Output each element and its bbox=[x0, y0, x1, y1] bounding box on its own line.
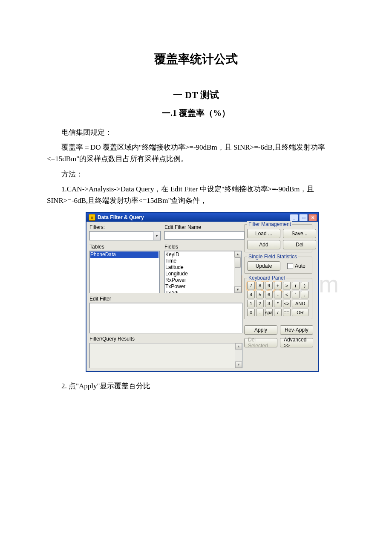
key[interactable]: 3 bbox=[265, 300, 273, 307]
key[interactable]: . bbox=[256, 309, 264, 316]
advanced-button[interactable]: Advanced >> bbox=[280, 338, 313, 347]
paragraph: 2. 点"Apply"显示覆盖百分比 bbox=[47, 380, 345, 392]
key[interactable]: 4 bbox=[247, 291, 255, 298]
auto-checkbox[interactable] bbox=[287, 263, 293, 269]
section-heading: 一 DT 测试 bbox=[47, 89, 345, 101]
list-item[interactable]: RxPower bbox=[165, 277, 240, 283]
list-item[interactable]: Latitude bbox=[165, 264, 240, 271]
edit-filter-name-label: Edit Filter Name bbox=[164, 224, 242, 230]
scroll-thumb[interactable] bbox=[235, 257, 241, 268]
doc-title: 覆盖率统计公式 bbox=[47, 51, 345, 67]
del-button[interactable]: Del bbox=[283, 240, 316, 249]
key[interactable]: 9 bbox=[265, 282, 273, 289]
scroll-down-icon[interactable]: ▼ bbox=[235, 361, 242, 368]
key[interactable]: <> bbox=[283, 300, 291, 307]
key-space[interactable]: spa bbox=[265, 309, 273, 316]
scrollbar[interactable]: ▲ ▼ bbox=[234, 251, 241, 293]
close-button[interactable]: ✕ bbox=[308, 214, 317, 221]
list-item[interactable]: TxPower bbox=[165, 283, 240, 290]
fields-label: Fields bbox=[164, 244, 242, 250]
edit-filter-name-input[interactable] bbox=[164, 231, 245, 240]
results-label: Filter/Query Results bbox=[89, 336, 242, 342]
add-button[interactable]: Add bbox=[247, 240, 280, 249]
filters-combo[interactable]: ▼ bbox=[89, 231, 161, 240]
save-button[interactable]: Save... bbox=[283, 229, 316, 238]
scroll-down-icon[interactable]: ▼ bbox=[234, 286, 241, 293]
key[interactable]: > bbox=[283, 282, 291, 289]
subsection-heading: 一.1 覆盖率（%） bbox=[47, 107, 345, 119]
key[interactable]: 0 bbox=[247, 309, 255, 316]
key[interactable]: ' bbox=[292, 291, 300, 298]
results-output: ▲ ▼ bbox=[89, 343, 242, 368]
minimize-button[interactable]: _ bbox=[290, 214, 298, 221]
scroll-up-icon[interactable]: ▲ bbox=[234, 251, 241, 257]
load-button[interactable]: Load ... bbox=[247, 229, 280, 238]
key[interactable]: ( bbox=[292, 282, 300, 289]
keyboard-panel-caption: Keyboard Panel bbox=[247, 275, 286, 281]
keypad: 7 8 9 + > ( ) 4 5 6 - < bbox=[247, 282, 309, 316]
paragraph: 电信集团规定： bbox=[47, 127, 345, 138]
key[interactable]: 7 bbox=[247, 282, 255, 289]
app-icon: ≡ bbox=[89, 214, 95, 221]
list-item[interactable]: PhoneData bbox=[90, 251, 159, 258]
key-or[interactable]: OR bbox=[292, 309, 308, 316]
key[interactable]: - bbox=[274, 291, 282, 298]
dialog-screenshot: ≡ Data Filter & Query _ ▭ ✕ WWW.bdocx.co… bbox=[60, 212, 345, 372]
key[interactable]: , bbox=[301, 291, 308, 298]
key[interactable]: 6 bbox=[265, 291, 273, 298]
key-and[interactable]: AND bbox=[292, 300, 308, 307]
tables-label: Tables bbox=[89, 244, 160, 250]
apply-button[interactable]: Apply bbox=[244, 325, 277, 335]
key[interactable]: == bbox=[283, 309, 291, 316]
key[interactable]: 8 bbox=[256, 282, 264, 289]
filters-label: Filters: bbox=[89, 224, 160, 230]
maximize-button[interactable]: ▭ bbox=[299, 214, 308, 221]
edit-filter-label: Edit Filter bbox=[89, 296, 242, 302]
list-item[interactable]: Time bbox=[165, 258, 240, 264]
fields-listbox[interactable]: KeyID Time Latitude Longitude RxPower Tx… bbox=[164, 251, 242, 293]
key[interactable]: 5 bbox=[256, 291, 264, 298]
paragraph: 覆盖率＝DO 覆盖区域内"终端接收功率>=-90dBm，且 SINR>=-6dB… bbox=[47, 142, 345, 165]
chevron-down-icon: ▼ bbox=[153, 231, 160, 240]
edit-filter-input[interactable] bbox=[89, 303, 242, 333]
key[interactable]: * bbox=[274, 300, 282, 307]
key[interactable]: ) bbox=[301, 282, 308, 289]
auto-label: Auto bbox=[295, 263, 306, 269]
key[interactable]: < bbox=[283, 291, 291, 298]
key[interactable]: + bbox=[274, 282, 282, 289]
rev-apply-button[interactable]: Rev-Apply bbox=[280, 325, 313, 335]
update-button[interactable]: Update bbox=[247, 261, 280, 271]
paragraph: 1.CAN->Analysis->Data Query，在 Edit Fiter… bbox=[47, 183, 345, 206]
paragraph: 方法： bbox=[47, 168, 345, 180]
tables-listbox[interactable]: PhoneData bbox=[89, 251, 160, 293]
window-title: Data Filter & Query bbox=[98, 214, 144, 220]
single-field-stats-caption: Single Field Statistics bbox=[247, 254, 298, 260]
scrollbar[interactable]: ▲ ▼ bbox=[235, 343, 242, 368]
window-title-bar: ≡ Data Filter & Query _ ▭ ✕ bbox=[86, 213, 318, 222]
scroll-up-icon[interactable]: ▲ bbox=[235, 343, 242, 350]
key[interactable]: 2 bbox=[256, 300, 264, 307]
del-selected-button[interactable]: Del Selected bbox=[244, 338, 277, 347]
key[interactable]: 1 bbox=[247, 300, 255, 307]
list-item[interactable]: KeyID bbox=[165, 251, 240, 258]
key[interactable]: / bbox=[274, 309, 282, 316]
filter-management-caption: Filter Management bbox=[247, 221, 292, 227]
list-item[interactable]: Longitude bbox=[165, 271, 240, 277]
list-item[interactable]: TxAdj bbox=[165, 290, 240, 293]
